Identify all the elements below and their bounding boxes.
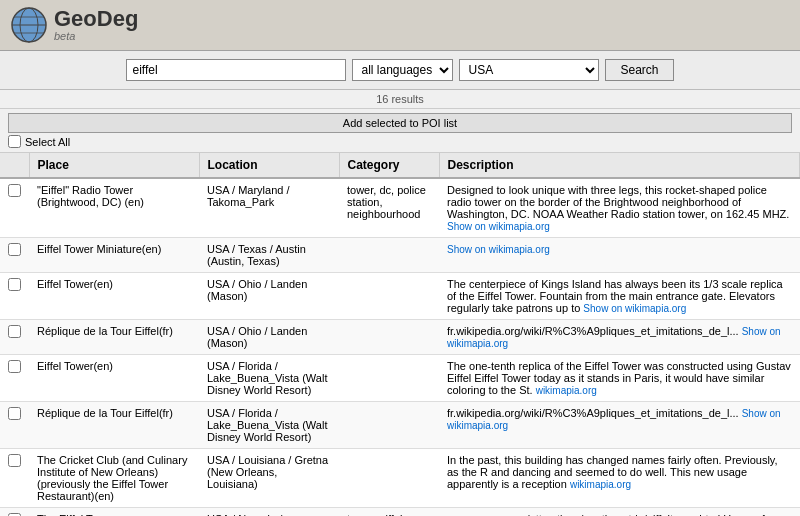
row-checkbox[interactable] xyxy=(8,407,21,420)
row-place: Eiffel Tower(en) xyxy=(29,355,199,402)
wikimapia-link[interactable]: Show on wikimapia.org xyxy=(447,408,781,431)
table-row: "Eiffel" Radio Tower (Brightwood, DC) (e… xyxy=(0,178,800,238)
table-row: Eiffel Tower(en)USA / Florida / Lake_Bue… xyxy=(0,355,800,402)
row-category: tower, dc, police station, neighbourhood xyxy=(339,178,439,238)
row-checkbox[interactable] xyxy=(8,184,21,197)
row-location: USA / Ohio / Landen (Mason) xyxy=(199,273,339,320)
table-row: The Eiffel Tower Experience(en)USA / Nev… xyxy=(0,508,800,517)
row-checkbox[interactable] xyxy=(8,360,21,373)
row-checkbox[interactable] xyxy=(8,243,21,256)
col-header-place: Place xyxy=(29,153,199,178)
table-row: Eiffel Tower(en)USA / Ohio / Landen (Mas… xyxy=(0,273,800,320)
select-all-label: Select All xyxy=(25,136,70,148)
table-row: Réplique de la Tour Eiffel(fr)USA / Ohio… xyxy=(0,320,800,355)
row-description: The centerpiece of Kings Island has alwa… xyxy=(439,273,800,320)
row-location: USA / Louisiana / Gretna (New Orleans, L… xyxy=(199,449,339,508)
row-category xyxy=(339,320,439,355)
results-count: 16 results xyxy=(376,93,424,105)
table-row: Eiffel Tower Miniature(en)USA / Texas / … xyxy=(0,238,800,273)
logo-name: GeoDeg xyxy=(54,8,138,30)
row-place: The Eiffel Tower Experience(en) xyxy=(29,508,199,517)
results-info: 16 results xyxy=(0,90,800,109)
row-category: tower, eiffel, interesting xyxy=(339,508,439,517)
row-location: USA / Nevada / Winchester xyxy=(199,508,339,517)
col-header-description: Description xyxy=(439,153,800,178)
row-description: fr.wikipedia.org/wiki/R%C3%A9pliques_et_… xyxy=(439,320,800,355)
logo-area: GeoDeg beta xyxy=(10,6,138,44)
col-header-check xyxy=(0,153,29,178)
row-category xyxy=(339,449,439,508)
results-table: Place Location Category Description "Eif… xyxy=(0,153,800,516)
add-poi-button[interactable]: Add selected to POI list xyxy=(8,113,792,133)
search-button[interactable]: Search xyxy=(605,59,673,81)
table-row: The Cricket Club (and Culinary Institute… xyxy=(0,449,800,508)
row-place: Eiffel Tower Miniature(en) xyxy=(29,238,199,273)
row-place: Eiffel Tower(en) xyxy=(29,273,199,320)
row-place: "Eiffel" Radio Tower (Brightwood, DC) (e… xyxy=(29,178,199,238)
row-description: The one-tenth replica of the Eiffel Towe… xyxy=(439,355,800,402)
language-select[interactable]: all languages xyxy=(352,59,453,81)
row-place: Réplique de la Tour Eiffel(fr) xyxy=(29,320,199,355)
row-checkbox[interactable] xyxy=(8,454,21,467)
table-row: Réplique de la Tour Eiffel(fr)USA / Flor… xyxy=(0,402,800,449)
search-input[interactable] xyxy=(126,59,346,81)
row-checkbox[interactable] xyxy=(8,325,21,338)
row-description: www.vegas.com/attractions/on_the_strip/e… xyxy=(439,508,800,517)
row-checkbox[interactable] xyxy=(8,278,21,291)
row-location: USA / Ohio / Landen (Mason) xyxy=(199,320,339,355)
wikimapia-link[interactable]: Show on wikimapia.org xyxy=(447,221,550,232)
col-header-location: Location xyxy=(199,153,339,178)
row-description: Designed to look unique with three legs,… xyxy=(439,178,800,238)
poi-toolbar: Add selected to POI list Select All xyxy=(0,109,800,153)
row-category xyxy=(339,273,439,320)
wikimapia-link[interactable]: Show on wikimapia.org xyxy=(447,326,781,349)
wikimapia-link[interactable]: wikimapia.org xyxy=(536,385,597,396)
logo-beta: beta xyxy=(54,30,138,42)
row-description: In the past, this building has changed n… xyxy=(439,449,800,508)
globe-icon xyxy=(10,6,48,44)
row-location: USA / Texas / Austin (Austin, Texas) xyxy=(199,238,339,273)
row-location: USA / Florida / Lake_Buena_Vista (Walt D… xyxy=(199,355,339,402)
logo-text: GeoDeg beta xyxy=(54,8,138,42)
row-location: USA / Florida / Lake_Buena_Vista (Walt D… xyxy=(199,402,339,449)
row-category xyxy=(339,402,439,449)
table-header-row: Place Location Category Description xyxy=(0,153,800,178)
row-description: Show on wikimapia.org xyxy=(439,238,800,273)
select-all-row: Select All xyxy=(8,135,792,148)
row-description: fr.wikipedia.org/wiki/R%C3%A9pliques_et_… xyxy=(439,402,800,449)
wikimapia-link[interactable]: Show on wikimapia.org xyxy=(447,244,550,255)
row-category xyxy=(339,355,439,402)
row-place: The Cricket Club (and Culinary Institute… xyxy=(29,449,199,508)
row-place: Réplique de la Tour Eiffel(fr) xyxy=(29,402,199,449)
select-all-checkbox[interactable] xyxy=(8,135,21,148)
wikimapia-link[interactable]: wikimapia.org xyxy=(570,479,631,490)
header: GeoDeg beta xyxy=(0,0,800,51)
col-header-category: Category xyxy=(339,153,439,178)
row-location: USA / Maryland / Takoma_Park xyxy=(199,178,339,238)
table-body: "Eiffel" Radio Tower (Brightwood, DC) (e… xyxy=(0,178,800,516)
search-bar: all languages USA Search xyxy=(0,51,800,90)
row-category xyxy=(339,238,439,273)
country-select[interactable]: USA xyxy=(459,59,599,81)
wikimapia-link[interactable]: Show on wikimapia.org xyxy=(583,303,686,314)
